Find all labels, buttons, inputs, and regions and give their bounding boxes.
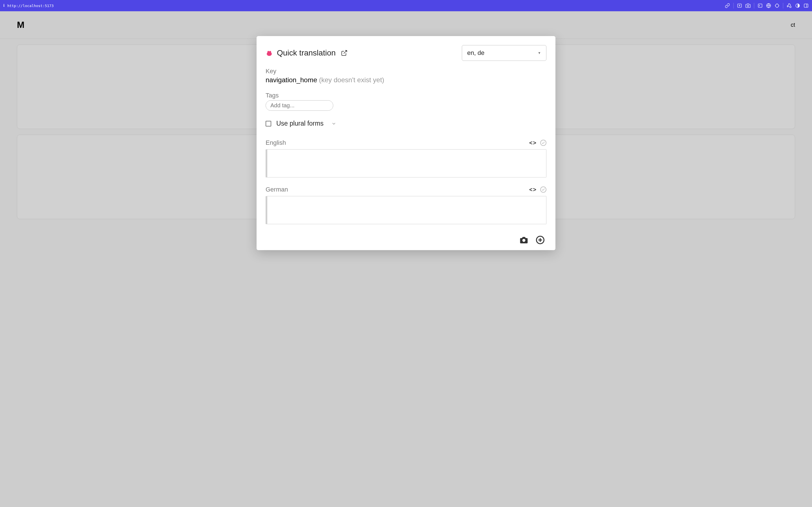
language-actions: < > xyxy=(529,140,546,146)
modal-overlay[interactable]: Quick translation en, de ▼ Key navigatio… xyxy=(0,11,812,507)
dialog-header: Quick translation en, de ▼ xyxy=(266,45,546,61)
browser-url-bar: i http://localhost:5173 xyxy=(0,0,812,11)
devtools-icon[interactable] xyxy=(795,3,800,8)
key-label: Key xyxy=(266,68,546,75)
url-text[interactable]: http://localhost:5173 xyxy=(7,4,54,8)
browser-right-group xyxy=(725,3,809,8)
download-icon[interactable] xyxy=(737,3,742,8)
language-selector-value: en, de xyxy=(467,49,485,57)
language-header: English < > xyxy=(266,139,546,147)
chevron-down-icon[interactable] xyxy=(331,121,336,126)
info-icon[interactable]: i xyxy=(3,3,4,8)
camera-icon[interactable] xyxy=(519,235,528,244)
plural-checkbox[interactable] xyxy=(266,121,271,126)
separator xyxy=(754,3,754,8)
svg-point-1 xyxy=(747,5,749,7)
svg-point-5 xyxy=(775,4,779,7)
target-icon[interactable] xyxy=(774,3,779,8)
language-selector[interactable]: en, de ▼ xyxy=(462,45,546,61)
plural-label: Use plural forms xyxy=(276,120,323,127)
svg-line-16 xyxy=(344,50,347,54)
dialog-footer-actions xyxy=(266,233,546,244)
language-name: English xyxy=(266,139,286,147)
language-header: German < > xyxy=(266,186,546,193)
language-section-german: German < > xyxy=(266,186,546,225)
svg-rect-11 xyxy=(804,4,808,7)
quick-translation-dialog: Quick translation en, de ▼ Key navigatio… xyxy=(257,36,555,250)
svg-point-14 xyxy=(267,51,269,53)
tags-label: Tags xyxy=(266,92,546,99)
svg-point-15 xyxy=(269,51,271,53)
translation-input-english[interactable] xyxy=(266,149,546,177)
dialog-title: Quick translation xyxy=(277,48,336,57)
open-external-icon[interactable] xyxy=(341,50,348,56)
tags-input[interactable] xyxy=(266,100,333,111)
separator xyxy=(783,3,783,8)
app-logo-icon xyxy=(266,49,273,57)
browser-left-group: i http://localhost:5173 xyxy=(3,3,54,8)
language-section-english: English < > xyxy=(266,139,546,179)
panel-icon[interactable] xyxy=(804,3,809,8)
plural-form-row: Use plural forms xyxy=(266,120,546,127)
key-value: navigation_home xyxy=(266,76,317,83)
translation-input-german[interactable] xyxy=(266,196,546,224)
check-circle-icon[interactable] xyxy=(540,186,546,193)
terminal-icon[interactable] xyxy=(758,3,763,8)
language-actions: < > xyxy=(529,186,546,193)
key-value-row: navigation_home (key doesn't exist yet) xyxy=(266,76,546,84)
extension-icon[interactable] xyxy=(786,3,792,8)
tags-section: Tags xyxy=(266,92,546,111)
add-circle-icon[interactable] xyxy=(536,235,545,244)
camera-icon[interactable] xyxy=(746,3,751,8)
code-icon[interactable]: < > xyxy=(529,140,536,146)
dialog-title-group: Quick translation xyxy=(266,48,348,57)
link-icon[interactable] xyxy=(725,3,730,8)
svg-point-17 xyxy=(522,239,525,242)
page-content: M ct Quick translation xyxy=(0,11,812,507)
globe-icon[interactable] xyxy=(766,3,771,8)
check-circle-icon[interactable] xyxy=(540,140,546,146)
svg-rect-2 xyxy=(758,4,762,7)
key-hint: (key doesn't exist yet) xyxy=(319,76,384,83)
caret-down-icon: ▼ xyxy=(538,51,541,55)
language-name: German xyxy=(266,186,288,193)
code-icon[interactable]: < > xyxy=(529,186,536,193)
